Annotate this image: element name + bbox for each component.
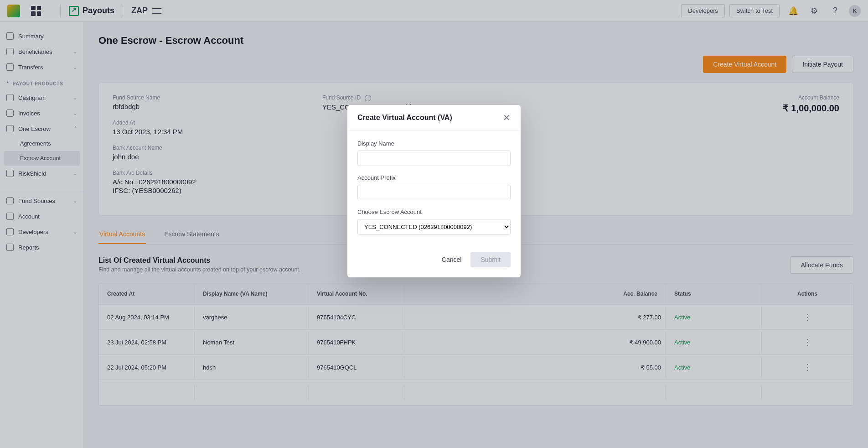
close-icon[interactable]: ✕ xyxy=(503,113,511,122)
modal-header: Create Virtual Account (VA) ✕ xyxy=(347,105,521,131)
display-name-input[interactable] xyxy=(357,151,511,166)
account-prefix-input[interactable] xyxy=(357,185,511,200)
account-prefix-label: Account Prefix xyxy=(357,174,511,181)
choose-escrow-select[interactable]: YES_CONNECTED (026291800000092) xyxy=(357,219,511,234)
display-name-label: Display Name xyxy=(357,140,511,147)
modal-body: Display Name Account Prefix Choose Escro… xyxy=(347,131,521,245)
modal-backdrop[interactable]: Create Virtual Account (VA) ✕ Display Na… xyxy=(0,0,868,448)
field-display-name: Display Name xyxy=(357,140,511,166)
modal-title: Create Virtual Account (VA) xyxy=(357,114,452,122)
modal-footer: Cancel Submit xyxy=(347,245,521,277)
field-choose-escrow: Choose Escrow Account YES_CONNECTED (026… xyxy=(357,208,511,234)
create-va-modal: Create Virtual Account (VA) ✕ Display Na… xyxy=(347,105,521,277)
choose-escrow-label: Choose Escrow Account xyxy=(357,208,511,215)
field-account-prefix: Account Prefix xyxy=(357,174,511,200)
cancel-button[interactable]: Cancel xyxy=(439,252,465,267)
submit-button[interactable]: Submit xyxy=(470,252,511,267)
